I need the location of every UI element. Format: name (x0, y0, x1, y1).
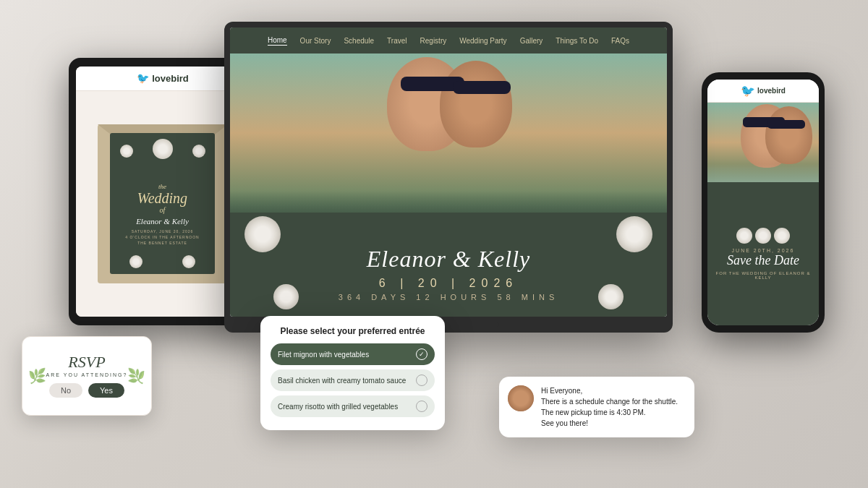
phone-device: 🐦 lovebird JUNE 20TH, 2026 Save the Date… (702, 72, 825, 333)
nav-item-wedding-party[interactable]: Wedding Party (459, 37, 506, 45)
person-1-face (440, 61, 512, 147)
entree-option-3-label: Creamy risotto with grilled vegetables (278, 403, 398, 411)
inv-date-line2: 4 O'CLOCK IN THE AFTERNOON (125, 234, 199, 240)
inv-rose-bottom-2 (182, 255, 195, 268)
nav-item-schedule[interactable]: Schedule (344, 37, 374, 45)
notif-greeting: Hi Everyone, (541, 387, 582, 395)
inv-rose-bottom-1 (129, 255, 142, 268)
avatar-face (508, 385, 534, 411)
nav-item-registry[interactable]: Registry (420, 37, 447, 45)
rsvp-leaf-left-icon: 🌿 (28, 367, 46, 385)
laptop-screen: Home Our Story Schedule Travel Registry … (230, 27, 667, 317)
phone-bird-icon: 🐦 (741, 84, 755, 98)
couple-photo (230, 53, 667, 213)
inv-names: Eleanor & Kelly (136, 217, 189, 226)
invitation-roses-bottom (110, 249, 215, 268)
rsvp-card: 🌿 🌿 RSVP ARE YOU ATTENDING? No Yes (22, 336, 152, 416)
tablet-screen: 🐦 lovebird the Wedding of Eleanor & Kell… (76, 67, 250, 317)
laptop-wedding-section: Eleanor & Kelly 6 | 20 | 2026 364 DAYS 1… (230, 213, 667, 317)
rsvp-buttons: No Yes (49, 383, 124, 398)
notif-line3: See you there! (541, 419, 588, 427)
rose-left (244, 216, 281, 252)
entree-option-2-label: Basil chicken with creamy tomato sauce (278, 377, 406, 385)
notif-line2: The new pickup time is 4:30 PM. (541, 408, 646, 416)
inv-wedding: Wedding (137, 190, 187, 206)
entree-check-2 (416, 374, 427, 386)
rsvp-subtitle: ARE YOU ATTENDING? (46, 372, 128, 377)
notification-content: Hi Everyone, There is a schedule change … (541, 385, 684, 429)
inv-details: SATURDAY, JUNE 20, 2026 4 O'CLOCK IN THE… (125, 228, 199, 246)
invitation-card: the Wedding of Eleanor & Kelly SATURDAY,… (110, 133, 215, 274)
tablet-logo: lovebird (152, 73, 189, 84)
entree-modal: Please select your preferred entrée File… (260, 316, 445, 430)
nav-item-things-to-do[interactable]: Things To Do (556, 37, 598, 45)
notif-line1: There is a schedule change for the shutt… (541, 398, 678, 406)
inv-rose-1 (120, 145, 133, 158)
entree-option-3[interactable]: Creamy risotto with grilled vegetables (271, 395, 435, 417)
tablet-bird-icon: 🐦 (137, 72, 149, 85)
nav-item-gallery[interactable]: Gallery (520, 37, 543, 45)
notification-bubble: Hi Everyone, There is a schedule change … (499, 377, 694, 437)
inv-venue: THE BENNET ESTATE (125, 240, 199, 246)
phone-header: 🐦 lovebird (707, 80, 819, 103)
laptop-hero-photo (230, 53, 667, 213)
laptop-nav: Home Our Story Schedule Travel Registry … (230, 27, 667, 53)
tablet-envelope-area: the Wedding of Eleanor & Kelly SATURDAY,… (76, 91, 250, 317)
phone-roses-top (736, 228, 790, 244)
inv-rose-2 (153, 139, 173, 159)
phone-roses-overlay (707, 164, 819, 182)
entree-option-2[interactable]: Basil chicken with creamy tomato sauce (271, 369, 435, 391)
inv-rose-3 (192, 145, 205, 158)
entree-option-1-label: Filet mignon with vegetables (278, 351, 369, 359)
phone-date-label: JUNE 20TH, 2026 (732, 248, 795, 253)
rsvp-leaf-right-icon: 🌿 (127, 367, 145, 385)
nav-item-travel[interactable]: Travel (387, 37, 407, 45)
nav-item-faqs[interactable]: FAQs (611, 37, 629, 45)
nav-item-our-story[interactable]: Our Story (300, 37, 331, 45)
person-1-sunglasses (453, 81, 511, 94)
phone-logo: lovebird (757, 87, 786, 95)
rose-bottom-left (273, 284, 299, 309)
laptop-hero: Eleanor & Kelly 6 | 20 | 2026 364 DAYS 1… (230, 53, 667, 317)
entree-check-1: ✓ (416, 348, 427, 360)
rose-right (616, 216, 652, 252)
tablet-header: 🐦 lovebird (76, 67, 250, 91)
inv-date-line1: SATURDAY, JUNE 20, 2026 (125, 228, 199, 234)
notification-text: Hi Everyone, There is a schedule change … (541, 385, 684, 429)
inv-of: of (160, 206, 166, 214)
rsvp-title: RSVP (68, 354, 105, 370)
rsvp-yes-button[interactable]: Yes (88, 383, 124, 398)
envelope: the Wedding of Eleanor & Kelly SATURDAY,… (98, 124, 228, 283)
laptop-device: Home Our Story Schedule Travel Registry … (224, 22, 673, 333)
phone-person-1-face (765, 106, 812, 164)
phone-rose-3 (774, 228, 790, 244)
inv-the: the (158, 183, 166, 190)
entree-option-1[interactable]: Filet mignon with vegetables ✓ (271, 343, 435, 365)
phone-photo (707, 103, 819, 182)
laptop-date: 6 | 20 | 2026 (379, 277, 518, 290)
floral-overlay (230, 191, 667, 234)
phone-save-the-date: Save the Date (727, 253, 799, 269)
phone-person-1-sunglasses (767, 120, 805, 129)
phone-rose-2 (755, 228, 771, 244)
invitation-roses-top (110, 139, 215, 159)
phone-screen: 🐦 lovebird JUNE 20TH, 2026 Save the Date… (707, 80, 819, 325)
entree-title: Please select your preferred entrée (271, 326, 435, 336)
rose-bottom-right (598, 284, 624, 309)
phone-rose-1 (736, 228, 752, 244)
phone-wedding-section: JUNE 20TH, 2026 Save the Date FOR THE WE… (707, 182, 819, 325)
entree-check-3 (416, 401, 427, 412)
laptop-countdown: 364 DAYS 12 HOURS 58 MINS (339, 293, 558, 301)
nav-item-home[interactable]: Home (268, 36, 287, 46)
phone-for-label: FOR THE WEDDING OF ELEANOR & KELLY (713, 271, 813, 280)
rsvp-no-button[interactable]: No (49, 383, 82, 398)
laptop-couple-name: Eleanor & Kelly (367, 246, 531, 273)
notification-avatar (508, 385, 534, 411)
